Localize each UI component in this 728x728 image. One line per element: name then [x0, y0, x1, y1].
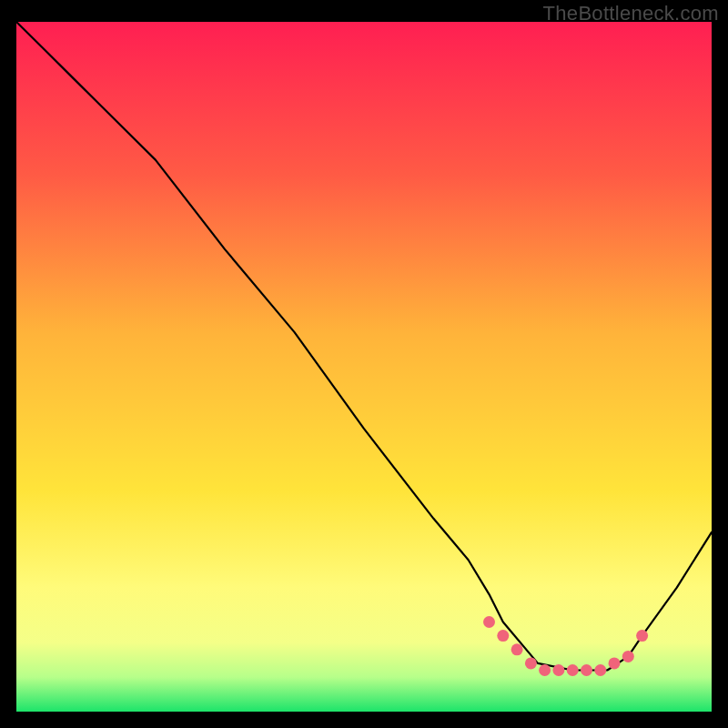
marker-dot [511, 643, 523, 655]
marker-dot [622, 651, 634, 662]
marker-dot [539, 664, 551, 676]
marker-dot [594, 664, 606, 676]
marker-dot [609, 657, 621, 669]
marker-dot [581, 664, 592, 676]
marker-dot [552, 664, 564, 676]
chart-frame: TheBottleneck.com [0, 0, 728, 728]
marker-dot [497, 630, 509, 642]
marker-dot [636, 630, 648, 642]
marker-dot [525, 657, 537, 669]
marker-dot [483, 616, 495, 628]
watermark-text: TheBottleneck.com [543, 2, 719, 25]
chart-svg [16, 22, 712, 712]
marker-dot [567, 664, 579, 676]
plot-area [16, 22, 712, 712]
